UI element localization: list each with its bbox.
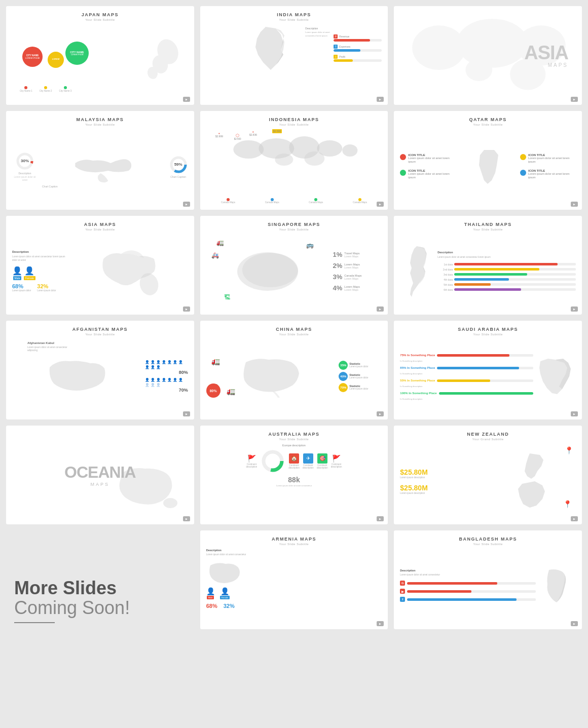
saudi-content: 75% In Something Place In Something desc…: [400, 339, 576, 413]
saudi-desc-1: In Something description: [400, 360, 533, 362]
slides-grid: JAPAN MAPS Your Slide Subtitle CITY NAME…: [0, 0, 588, 635]
malaysia-desc-left: Lorem ipsum dolor sit amet: [12, 176, 38, 182]
saudi-bar-4: 100% In Something Place: [400, 392, 533, 395]
australia-corner-icon: [377, 516, 384, 521]
bangladesh-desc-text: Lorem ipsum dolor sit amet consectetur: [400, 573, 440, 577]
china-stat-2: 40% Statistic Lorem ipsum dolor: [339, 372, 382, 381]
aus-section-title: Europe description: [282, 444, 306, 447]
afganistan-title: AFGANISTAN MAPS: [72, 327, 128, 332]
qatar-left-items: ICON TITLE Lorem ipsum dolor sit amet lo…: [400, 129, 456, 204]
india-subtitle: Your Slide Subtitle: [279, 18, 309, 21]
armenia-map-svg: [206, 558, 244, 586]
thailand-content: Description Lorem ipsum dolor sit amet c…: [400, 234, 576, 309]
sg-pct-1: 1%: [331, 251, 342, 258]
japan-content: CITY NAME LOREM IPSUM LOREM CITY NAME LO…: [12, 24, 188, 99]
singapore-stats: 1% Travel Maps Lorem Maps 2% Lorem Maps …: [331, 234, 382, 309]
thailand-map-svg: [404, 244, 432, 299]
oceania-content: OCEANIA MAPS: [12, 432, 188, 518]
china-content: 🚛 🚛 🚛 80% 35% Statistic Lorem ipsum dolo…: [206, 339, 382, 413]
china-dot-green: 35%: [339, 361, 348, 370]
singapore-content: 🚛 🚑 🏗 🚌 1% Travel Maps Lorem Maps 2%: [206, 234, 382, 309]
slide-asia-maps: ASIA MAPS Your Slide Subtitle Descriptio…: [6, 216, 194, 315]
qatar-map-area: [458, 129, 518, 204]
japan-corner-icon: [183, 97, 190, 102]
china-stat-1: 35% Statistic Lorem ipsum dolor: [339, 361, 382, 370]
afg-people-80: 👤👤👤👤👤 👤👤👤👤👤: [145, 360, 188, 369]
bg-social-icon-3: f: [400, 597, 405, 602]
asia-maps-left: Description Lorem ipsum dolor sit amet c…: [12, 234, 68, 309]
armenia-desc-text: Lorem ipsum dolor sit amet consectetur: [206, 553, 246, 556]
china-dot-yellow: 70%: [339, 383, 348, 392]
japan-city-red: CITY NAME LOREM IPSUM: [22, 47, 43, 67]
malaysia-label-left: Description: [18, 172, 31, 175]
nz-pin-red: 📍: [563, 500, 572, 508]
qatar-item-yellow: ICON TITLE Lorem ipsum dolor sit amet lo…: [520, 154, 576, 164]
bangladesh-desc-title: Description: [400, 569, 536, 572]
thai-label-4: 4th data: [437, 278, 453, 281]
saudi-bar-2: 85% In Something Place: [400, 366, 533, 369]
bangladesh-left: Description Lorem ipsum dolor sit amet c…: [400, 549, 536, 623]
malaysia-subtitle: Your Slide Subtitle: [85, 123, 115, 126]
bg-social-2: ▶: [400, 589, 536, 594]
bg-social-bar-2: [407, 590, 536, 593]
nz-map-area: 📍 📍: [489, 444, 576, 518]
australia-subtitle: Your Slide Subtitle: [279, 438, 309, 441]
thailand-stats: Description Lorem ipsum dolor sit amet c…: [437, 234, 576, 309]
sg-sublabel-4: Lorem Maps: [344, 288, 360, 291]
slide-saudi: SAUDI ARABIA MAPS Your Slide Subtitle 75…: [394, 321, 582, 419]
saudi-desc-3: In Something description: [400, 385, 533, 388]
armenia-person-1: 👤 Male: [206, 587, 215, 599]
armenia-pct-68: 68%: [206, 601, 217, 610]
asia-logo-content: ASIA MAPS: [400, 12, 576, 99]
china-stat-desc-3: Lorem ipsum dolor: [349, 388, 368, 390]
saudi-desc-4: In Something description: [400, 398, 533, 400]
slide-newzealand: NEW ZEALAND Your Grand Subtitle $25.80M …: [394, 426, 582, 524]
malaysia-donut-30: 30%: [15, 151, 34, 171]
china-stat-desc-2: Lorem ipsum dolor: [349, 376, 368, 379]
malaysia-pct-30: 30%: [21, 159, 29, 163]
malaysia-donut-right: 59% Chart Caption: [169, 155, 188, 178]
saudi-bar-1-label: 75% In Something Place: [400, 354, 435, 357]
afganistan-map-svg: [45, 352, 111, 400]
china-stat-3: 70% Statistic Lorem ipsum dolor: [339, 383, 382, 392]
qatar-right-items: ICON TITLE Lorem ipsum dolor sit amet lo…: [520, 129, 576, 204]
india-map-svg: [248, 24, 288, 72]
slide-afganistan: AFGANISTAN MAPS Your Slide Subtitle Afgh…: [6, 321, 194, 419]
aus-icon-1: 🏠 Continentdescription: [288, 453, 300, 469]
afg-stat-70: 👤👤👤👤👤 👤👤👤👤👤 70%: [145, 378, 188, 393]
bg-social-1: G: [400, 581, 536, 586]
armenia-title: ARMENIA MAPS: [272, 537, 316, 542]
sg-sublabel-2: Lorem Maps: [344, 266, 360, 269]
china-map-svg: [238, 352, 304, 400]
asia-maps-pct-68: 68% Lorem ipsum dolor: [12, 283, 31, 292]
slide-armenia: ARMENIA MAPS Your Slide Subtitle Descrip…: [200, 530, 388, 629]
armenia-corner-icon: [377, 621, 384, 626]
china-truck-1: 🚛: [211, 357, 220, 365]
sg-sublabel-3: Lorem Maps: [344, 277, 361, 280]
japan-subtitle: Your Slide Subtitle: [85, 18, 115, 21]
armenia-pct-32: 32%: [224, 601, 235, 610]
svg-point-7: [466, 59, 493, 81]
slide-indonesia: INDONESIA MAPS Your Slide Subtitle ♦ $2.…: [200, 111, 388, 210]
india-bar-3: I Profit: [334, 55, 382, 62]
thai-bar-1: 1st data: [437, 263, 576, 266]
qatar-corner-icon: [571, 202, 578, 207]
malaysia-donut-left: 30% Description Lorem ipsum dolor sit am…: [12, 151, 38, 182]
china-subtitle: Your Slide Subtitle: [279, 333, 309, 336]
afg-people-70: 👤👤👤👤👤 👤👤👤👤👤: [145, 378, 188, 387]
sg-pct-4: 4%: [331, 284, 342, 292]
slide-bangladesh: BANGLADESH MAPS Your Slide Subtitle Desc…: [394, 530, 582, 629]
saudi-bar-1: 75% In Something Place: [400, 354, 533, 357]
indo-point-2: ♦ $2.836: [249, 130, 257, 136]
china-corner-icon: [377, 411, 384, 416]
japan-legend: City Name 1 City Name 2 City Name 3: [20, 86, 71, 92]
asia-maps-title: ASIA MAPS: [84, 222, 116, 227]
slide-malaysia: MALAYSIA MAPS Your Slide Subtitle 30% De…: [6, 111, 194, 210]
japan-city-yellow: LOREM: [48, 52, 64, 68]
thai-label-1: 1st data: [437, 263, 453, 266]
malaysia-pct-59: 59%: [174, 162, 182, 167]
armenia-left: Description Lorem ipsum dolor sit amet c…: [206, 549, 382, 623]
sg-label-4: Lorem Maps: [344, 285, 360, 288]
nz-pin-yellow: 📍: [565, 446, 573, 454]
singapore-corner-icon: [377, 306, 384, 312]
